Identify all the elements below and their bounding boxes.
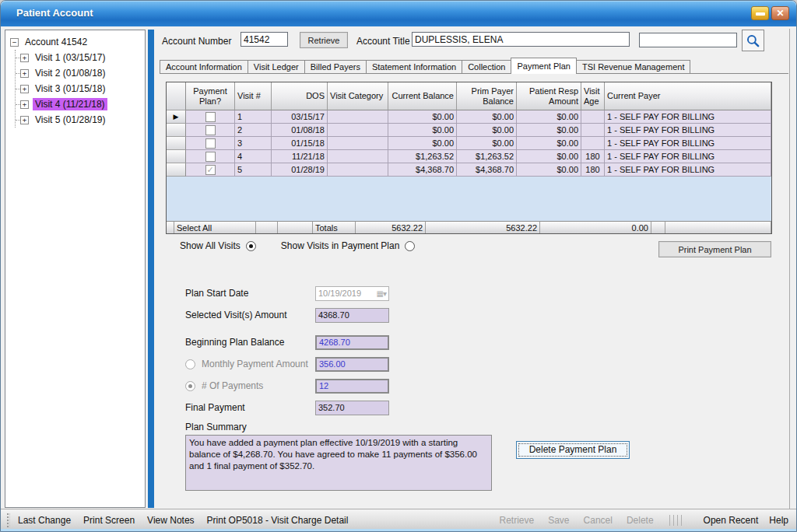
tree-visit-item[interactable]: +Visit 1 (03/15/17): [16, 50, 145, 65]
account-title-input[interactable]: [412, 32, 630, 47]
table-row[interactable]: ▶103/15/17$0.00$0.00$0.001 - SELF PAY FO…: [167, 110, 771, 124]
statusbar-action-help[interactable]: Help: [769, 515, 788, 526]
payment-plan-checkbox[interactable]: [205, 112, 216, 122]
tab-strip: Account InformationVisit LedgerBilled Pa…: [160, 58, 788, 74]
minimize-button[interactable]: [751, 6, 769, 20]
select-all-button[interactable]: Select All: [174, 221, 256, 233]
tree-visit-label[interactable]: Visit 3 (01/15/18): [33, 82, 108, 95]
plan-start-date-picker[interactable]: 10/19/2019 ▦▾: [315, 286, 389, 301]
row-selector-cell[interactable]: [167, 150, 186, 163]
statusbar-separator: [669, 515, 685, 526]
num-of-payments-field[interactable]: 12: [315, 379, 389, 394]
column-header-age[interactable]: Visit Age: [581, 82, 605, 110]
row-selector-cell[interactable]: ▶: [167, 110, 186, 124]
expand-icon[interactable]: +: [20, 116, 29, 124]
collapse-icon[interactable]: −: [10, 38, 19, 47]
cell-plan[interactable]: [186, 110, 235, 124]
cell-plan[interactable]: [186, 124, 235, 137]
cell-resp: $0.00: [517, 163, 581, 177]
tree-visit-label[interactable]: Visit 2 (01/08/18): [33, 67, 108, 79]
payment-plan-checkbox[interactable]: [205, 152, 216, 162]
payment-plan-checkbox[interactable]: [205, 165, 216, 175]
tab-account-information[interactable]: Account Information: [160, 60, 248, 73]
tree-visit-label[interactable]: Visit 4 (11/21/18): [33, 98, 107, 110]
table-row[interactable]: 411/21/18$1,263.52$1,263.52$0.001801 - S…: [167, 150, 771, 163]
cell-plan[interactable]: [186, 163, 235, 177]
tab-collection[interactable]: Collection: [462, 60, 511, 73]
minimize-icon: [756, 12, 765, 16]
tree-root-label[interactable]: Account 41542: [23, 36, 90, 48]
panel-splitter[interactable]: [148, 30, 154, 508]
num-of-payments-radio[interactable]: [185, 381, 195, 391]
row-selector-cell[interactable]: [167, 163, 186, 177]
status-bar: Last ChangePrint ScreenView NotesPrint O…: [1, 509, 796, 530]
retrieve-button[interactable]: Retrieve: [300, 32, 348, 48]
monthly-payment-radio[interactable]: [185, 359, 195, 369]
payment-plan-checkbox[interactable]: [205, 138, 216, 149]
search-input[interactable]: [639, 33, 737, 47]
show-all-visits-label: Show All Visits: [180, 240, 241, 251]
table-row[interactable]: 201/08/18$0.00$0.00$0.001 - SELF PAY FOR…: [167, 124, 771, 137]
close-icon: ✕: [776, 8, 784, 19]
column-header-category[interactable]: Visit Category: [328, 82, 388, 110]
cell-category: [328, 110, 388, 124]
statusbar-grip: [7, 513, 10, 527]
column-header-payer[interactable]: Current Payer: [605, 82, 771, 110]
column-header-plan[interactable]: Payment Plan?: [186, 82, 235, 110]
separator-line: [681, 515, 682, 526]
column-header-visit[interactable]: Visit #: [235, 82, 272, 110]
row-selector-cell[interactable]: [167, 137, 186, 150]
tab-visit-ledger[interactable]: Visit Ledger: [248, 60, 305, 73]
totals-label: Totals: [313, 221, 356, 233]
tab-payment-plan[interactable]: Payment Plan: [511, 58, 576, 74]
tab-tsi-revenue-management[interactable]: TSI Revenue Management: [576, 60, 690, 73]
window-title: Patient Account: [16, 7, 93, 19]
plan-start-date-value: 10/19/2019: [318, 289, 361, 298]
calendar-icon: ▦▾: [377, 289, 386, 298]
tree-visit-item[interactable]: +Visit 2 (01/08/18): [16, 65, 145, 81]
cell-category: [328, 150, 388, 163]
tree-visit-label[interactable]: Visit 5 (01/28/19): [33, 114, 108, 126]
cell-plan[interactable]: [186, 150, 235, 163]
account-number-input[interactable]: [241, 32, 288, 47]
statusbar-action-open-recent[interactable]: Open Recent: [704, 515, 759, 526]
tab-statement-information[interactable]: Statement Information: [366, 60, 462, 73]
statusbar-action-view-notes[interactable]: View Notes: [147, 515, 194, 526]
plan-summary-label: Plan Summary: [185, 422, 247, 432]
show-all-visits-radio[interactable]: [246, 241, 256, 251]
table-row[interactable]: 501/28/19$4,368.70$4,368.70$0.001801 - S…: [167, 163, 771, 177]
statusbar-action-print-screen[interactable]: Print Screen: [83, 515, 135, 526]
expand-icon[interactable]: +: [20, 85, 29, 93]
tree-visit-item[interactable]: +Visit 5 (01/28/19): [16, 112, 145, 128]
tree-visit-item[interactable]: +Visit 3 (01/15/18): [16, 81, 145, 96]
tree-visit-label[interactable]: Visit 1 (03/15/17): [33, 51, 108, 64]
column-header-dos[interactable]: DOS: [272, 82, 328, 110]
tab-billed-payers[interactable]: Billed Payers: [304, 60, 367, 73]
table-row[interactable]: 301/15/18$0.00$0.00$0.001 - SELF PAY FOR…: [167, 137, 771, 150]
expand-icon[interactable]: +: [20, 100, 29, 109]
tree-root-account[interactable]: − Account 41542: [5, 34, 145, 50]
footer-empty-cell: [665, 221, 771, 233]
window-titlebar[interactable]: Patient Account ✕: [1, 1, 796, 26]
tree-visit-item[interactable]: +Visit 4 (11/21/18): [16, 96, 145, 112]
close-button[interactable]: ✕: [771, 6, 789, 20]
statusbar-action-print-op5018-visit-charge-detail[interactable]: Print OP5018 - Visit Charge Detail: [207, 515, 349, 526]
print-payment-plan-button[interactable]: Print Payment Plan: [658, 241, 771, 257]
cell-plan[interactable]: [186, 137, 235, 150]
row-selector-cell[interactable]: [167, 124, 186, 137]
cell-current: $0.00: [388, 124, 457, 137]
column-header-prim[interactable]: Prim Payer Balance: [457, 82, 517, 110]
monthly-payment-amount-field[interactable]: 356.00: [315, 357, 389, 372]
expand-icon[interactable]: +: [20, 69, 29, 78]
delete-payment-plan-button[interactable]: Delete Payment Plan: [516, 441, 630, 459]
column-header-current[interactable]: Current Balance: [388, 82, 457, 110]
payment-plan-checkbox[interactable]: [205, 125, 216, 135]
final-payment-field: 352.70: [315, 401, 389, 415]
beginning-plan-balance-field[interactable]: 4268.70: [315, 335, 389, 350]
search-button[interactable]: [742, 30, 764, 51]
show-visits-in-plan-radio[interactable]: [405, 241, 415, 251]
expand-icon[interactable]: +: [20, 54, 29, 62]
statusbar-action-last-change[interactable]: Last Change: [18, 515, 71, 526]
visit-filter-row: Show All Visits Show Visits in Payment P…: [180, 240, 415, 251]
column-header-resp[interactable]: Patient Resp Amount: [517, 82, 581, 110]
